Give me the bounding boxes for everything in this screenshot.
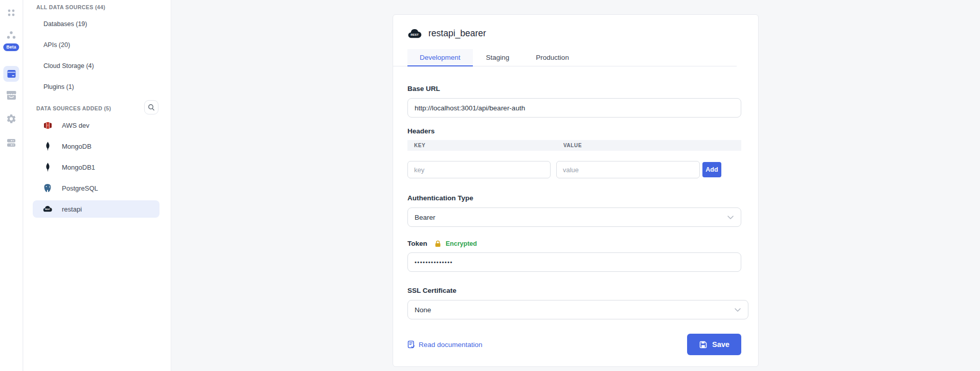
ssl-certificate-value: None [415, 306, 431, 314]
save-button-label: Save [712, 340, 730, 349]
base-url-label: Base URL [407, 85, 741, 92]
category-label: APIs (20) [43, 41, 70, 49]
dots-cluster-icon [6, 30, 17, 40]
mongodb-icon [43, 142, 52, 151]
search-icon [148, 104, 155, 111]
auth-type-label: Authentication Type [407, 194, 741, 202]
source-label: AWS dev [62, 122, 89, 129]
base-url-input[interactable] [407, 98, 741, 118]
rest-api-icon: REST [43, 204, 52, 214]
chevron-down-icon [727, 215, 734, 220]
page-title: restapi_bearer [428, 28, 486, 39]
ssl-certificate-label: SSL Certificate [407, 287, 741, 294]
audit-logs-nav-button[interactable] [6, 138, 16, 148]
environment-tabs: Development Staging Production [393, 49, 737, 66]
document-check-icon [407, 340, 415, 349]
token-label: Token [407, 240, 427, 247]
left-icon-rail: Beta [0, 0, 23, 371]
lock-icon [435, 240, 441, 247]
sidebar-item-mongodb1[interactable]: MongoDB1 [33, 158, 159, 176]
sidebar-item-cloud-storage[interactable]: Cloud Storage (4) [24, 55, 171, 76]
sidebar-item-databases[interactable]: Databases (19) [24, 13, 171, 34]
read-documentation-link[interactable]: Read documentation [407, 340, 483, 349]
sidebar-item-aws-dev[interactable]: AWS dev [33, 117, 159, 134]
gear-icon [6, 113, 17, 124]
server-icon [6, 138, 16, 148]
tab-development[interactable]: Development [407, 49, 473, 66]
svg-text:REST: REST [45, 208, 51, 211]
datasource-title-row: REST restapi_bearer [407, 15, 741, 39]
category-label: Databases (19) [43, 20, 87, 28]
header-key-input[interactable] [407, 161, 551, 178]
category-label: Plugins (1) [43, 83, 74, 90]
rest-api-icon: REST [407, 29, 422, 39]
category-label: Cloud Storage (4) [43, 62, 94, 69]
grid-icon [6, 8, 16, 18]
apps-nav-button[interactable] [6, 8, 16, 18]
ssl-certificate-select[interactable]: None [407, 300, 748, 319]
beta-badge: Beta [3, 43, 19, 51]
workflows-nav-button[interactable] [6, 30, 17, 40]
save-floppy-icon [699, 340, 708, 349]
sidebar-item-postgresql[interactable]: PostgreSQL [33, 179, 159, 197]
auth-type-value: Bearer [415, 214, 436, 221]
source-label: restapi [62, 205, 82, 213]
source-label: MongoDB1 [62, 164, 95, 171]
chevron-down-icon [734, 308, 741, 312]
postgresql-icon [43, 183, 52, 193]
datasource-config-panel: REST restapi_bearer Development Staging … [393, 14, 759, 367]
value-column-header: VALUE [556, 143, 582, 148]
token-input[interactable] [407, 252, 741, 272]
aws-icon [43, 121, 52, 130]
tab-production[interactable]: Production [522, 49, 582, 66]
settings-nav-button[interactable] [6, 113, 17, 124]
source-label: MongoDB [62, 143, 92, 150]
sidebar-item-apis[interactable]: APIs (20) [24, 34, 171, 55]
encrypted-badge: Encrypted [446, 240, 477, 247]
token-label-row: Token Encrypted [407, 240, 741, 247]
source-label: PostgreSQL [62, 184, 98, 192]
storefront-icon [6, 90, 17, 101]
read-documentation-label: Read documentation [419, 341, 483, 349]
data-sources-nav-button[interactable] [4, 66, 19, 82]
headers-label: Headers [407, 127, 741, 135]
marketplace-nav-button[interactable] [6, 90, 17, 101]
search-button[interactable] [144, 100, 158, 114]
svg-text:REST: REST [411, 33, 419, 36]
mongodb-icon [43, 163, 52, 172]
all-data-sources-header: ALL DATA SOURCES (44) [24, 0, 171, 13]
tab-staging[interactable]: Staging [473, 49, 523, 66]
wallet-icon [6, 69, 16, 78]
add-header-button[interactable]: Add [702, 162, 721, 177]
save-button[interactable]: Save [687, 334, 741, 355]
datasource-form: Base URL Headers KEY VALUE Add Authentic… [407, 85, 741, 319]
data-sources-sidebar: ALL DATA SOURCES (44) Databases (19) API… [24, 0, 171, 371]
header-value-input[interactable] [556, 161, 700, 178]
header-input-row: Add [407, 161, 741, 178]
headers-table-header: KEY VALUE [407, 140, 741, 151]
form-footer: Read documentation Save [407, 334, 741, 355]
sidebar-item-restapi[interactable]: REST restapi [33, 200, 159, 218]
sidebar-item-mongodb[interactable]: MongoDB [33, 137, 159, 155]
sidebar-item-plugins[interactable]: Plugins (1) [24, 76, 171, 97]
auth-type-select[interactable]: Bearer [407, 207, 741, 227]
key-column-header: KEY [407, 143, 556, 148]
